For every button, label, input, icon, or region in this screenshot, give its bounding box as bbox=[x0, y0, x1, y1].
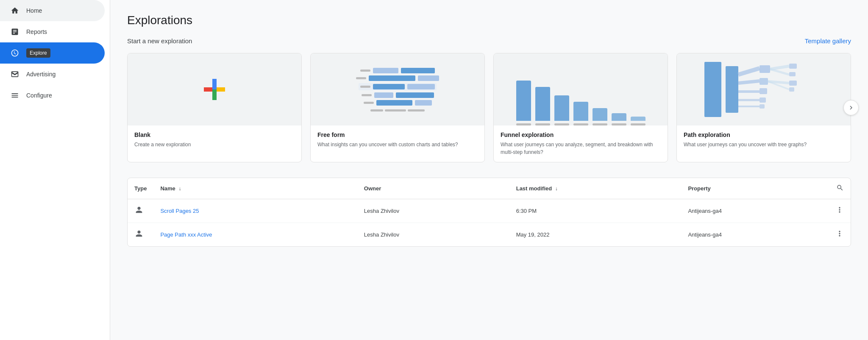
card-path[interactable]: Path exploration What user journeys can … bbox=[676, 53, 851, 162]
card-path-text: Path exploration What user journeys can … bbox=[677, 125, 851, 154]
th-type: Type bbox=[128, 178, 153, 199]
table-row: Scroll Pages 25 Lesha Zhivilov 6:30 PM A… bbox=[128, 199, 851, 223]
card-path-title: Path exploration bbox=[684, 131, 844, 138]
svg-rect-19 bbox=[789, 87, 794, 92]
svg-rect-9 bbox=[760, 88, 767, 94]
row2-property: Antijeans-ga4 bbox=[681, 223, 829, 247]
configure-icon bbox=[10, 91, 19, 100]
plus-icon bbox=[202, 77, 227, 102]
explore-tooltip: Explore bbox=[26, 48, 50, 58]
th-last-modified[interactable]: Last modified ↓ bbox=[509, 178, 682, 199]
svg-line-13 bbox=[770, 69, 789, 75]
sidebar-item-configure[interactable]: Configure bbox=[0, 85, 105, 106]
row2-more-button[interactable] bbox=[829, 223, 851, 247]
svg-line-2 bbox=[738, 68, 760, 75]
row2-type bbox=[128, 223, 153, 247]
svg-rect-11 bbox=[760, 104, 765, 109]
card-funnel-desc: What user journeys can you analyze, segm… bbox=[501, 141, 661, 156]
th-owner: Owner bbox=[357, 178, 509, 199]
card-funnel-visual bbox=[494, 53, 668, 125]
card-funnel[interactable]: Funnel exploration What user journeys ca… bbox=[493, 53, 668, 162]
th-name[interactable]: Name ↓ bbox=[153, 178, 357, 199]
advertising-icon bbox=[10, 70, 19, 79]
row2-owner: Lesha Zhivilov bbox=[357, 223, 509, 247]
th-search[interactable] bbox=[829, 178, 851, 199]
card-blank-desc: Create a new exploration bbox=[134, 141, 295, 148]
card-path-desc: What user journeys can you uncover with … bbox=[684, 141, 844, 148]
row2-name[interactable]: Page Path xxx Active bbox=[153, 223, 357, 247]
svg-rect-17 bbox=[789, 72, 796, 76]
svg-rect-18 bbox=[789, 81, 797, 86]
svg-rect-10 bbox=[760, 98, 766, 103]
home-icon bbox=[10, 6, 19, 15]
sidebar-item-home[interactable]: Home bbox=[0, 0, 105, 21]
th-property: Property bbox=[681, 178, 829, 199]
svg-rect-1 bbox=[726, 66, 738, 113]
name-sort-icon: ↓ bbox=[178, 186, 181, 192]
template-gallery-link[interactable]: Template gallery bbox=[805, 37, 851, 45]
modified-sort-icon: ↓ bbox=[555, 186, 558, 192]
card-path-visual bbox=[677, 53, 851, 125]
card-blank-text: Blank Create a new exploration bbox=[128, 125, 301, 154]
sidebar-label-home: Home bbox=[26, 7, 42, 14]
table: Type Name ↓ Owner Last modified ↓ Proper bbox=[128, 178, 851, 246]
card-freeform-title: Free form bbox=[317, 131, 478, 138]
card-freeform-visual bbox=[311, 53, 484, 125]
sidebar-item-advertising[interactable]: Advertising bbox=[0, 64, 105, 85]
explorations-table: Type Name ↓ Owner Last modified ↓ Proper bbox=[127, 178, 851, 247]
sidebar-item-reports[interactable]: Reports bbox=[0, 21, 105, 42]
page-title: Explorations bbox=[127, 14, 851, 27]
card-blank[interactable]: Blank Create a new exploration bbox=[127, 53, 302, 162]
main-content: Explorations Start a new exploration Tem… bbox=[110, 0, 868, 340]
section-header: Start a new exploration Template gallery bbox=[127, 37, 851, 45]
reports-icon bbox=[10, 27, 19, 36]
sidebar-item-explore[interactable]: Explore Explore bbox=[0, 42, 105, 64]
svg-rect-8 bbox=[760, 78, 768, 85]
svg-line-12 bbox=[770, 66, 789, 69]
row1-more-button[interactable] bbox=[829, 199, 851, 223]
card-blank-visual bbox=[128, 53, 301, 125]
row1-name[interactable]: Scroll Pages 25 bbox=[153, 199, 357, 223]
sidebar-label-reports: Reports bbox=[26, 28, 47, 35]
explore-icon bbox=[10, 48, 19, 58]
table-body: Scroll Pages 25 Lesha Zhivilov 6:30 PM A… bbox=[128, 199, 851, 247]
card-funnel-text: Funnel exploration What user journeys ca… bbox=[494, 125, 668, 162]
table-header-row: Type Name ↓ Owner Last modified ↓ Proper bbox=[128, 178, 851, 199]
table-row: Page Path xxx Active Lesha Zhivilov May … bbox=[128, 223, 851, 247]
svg-line-3 bbox=[738, 81, 760, 83]
row2-modified: May 19, 2022 bbox=[509, 223, 682, 247]
svg-rect-7 bbox=[760, 65, 770, 73]
exploration-cards: Blank Create a new exploration bbox=[127, 53, 851, 162]
row1-property: Antijeans-ga4 bbox=[681, 199, 829, 223]
card-freeform-desc: What insights can you uncover with custo… bbox=[317, 141, 478, 148]
section-label: Start a new exploration bbox=[127, 37, 192, 45]
svg-rect-0 bbox=[704, 62, 721, 117]
search-icon[interactable] bbox=[836, 187, 844, 193]
svg-rect-16 bbox=[789, 64, 797, 69]
sidebar-label-configure: Configure bbox=[26, 92, 52, 99]
card-freeform-text: Free form What insights can you uncover … bbox=[311, 125, 484, 154]
card-freeform[interactable]: Free form What insights can you uncover … bbox=[310, 53, 485, 162]
row1-type bbox=[128, 199, 153, 223]
card-funnel-title: Funnel exploration bbox=[501, 131, 661, 138]
sidebar-label-advertising: Advertising bbox=[26, 71, 56, 78]
sidebar: Home Reports Explore Explore Advertising… bbox=[0, 0, 110, 340]
row1-owner: Lesha Zhivilov bbox=[357, 199, 509, 223]
card-blank-title: Blank bbox=[134, 131, 295, 138]
next-chevron-button[interactable] bbox=[843, 100, 859, 115]
row1-modified: 6:30 PM bbox=[509, 199, 682, 223]
